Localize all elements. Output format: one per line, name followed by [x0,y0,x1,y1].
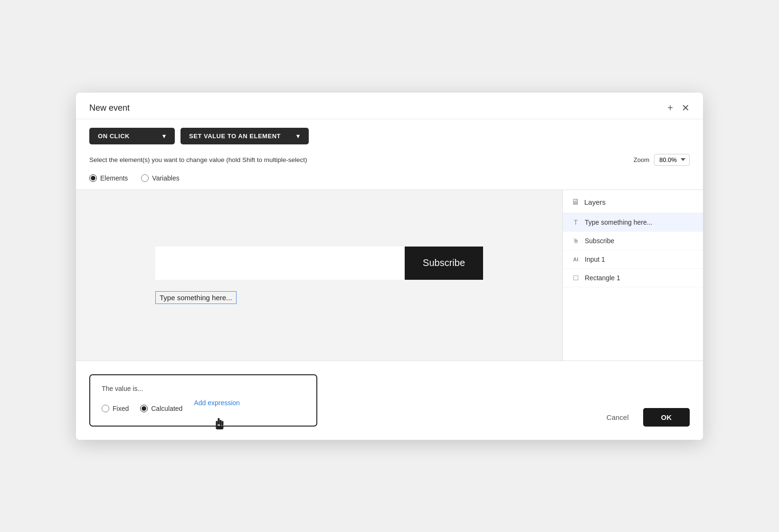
rectangle-icon: ☐ [571,274,580,282]
bottom-section: The value is... Fixed Calculated Add exp… [76,361,703,440]
close-icon[interactable]: ✕ [682,103,690,113]
layer-item-text-label: Type something here... [585,218,652,226]
main-content: Subscribe Type something here... 🖥 Layer… [76,190,703,361]
elements-radio[interactable] [89,174,97,182]
trigger-chevron-icon: ▾ [162,133,166,140]
svg-rect-2 [216,421,218,427]
add-icon[interactable]: + [667,103,673,113]
value-card-title: The value is... [102,385,305,392]
calculated-radio[interactable] [140,405,148,412]
layer-item-text[interactable]: T Type something here... [563,213,703,232]
modal-title: New event [89,103,130,113]
button-icon: 🖱 [571,237,580,245]
cursor-hand-icon [214,418,224,431]
layer-item-input-label: Input 1 [585,256,605,263]
dropdowns-row: ON CLICK ▾ SET VALUE TO AN ELEMENT ▾ [76,119,703,151]
instruction-text: Select the element(s) you want to change… [89,156,307,163]
trigger-dropdown-label: ON CLICK [98,133,130,140]
svg-rect-4 [216,426,223,429]
trigger-dropdown[interactable]: ON CLICK ▾ [89,128,175,144]
variables-radio-option[interactable]: Variables [141,174,179,182]
header-icons: + ✕ [667,103,690,113]
new-event-modal: New event + ✕ ON CLICK ▾ SET VALUE TO AN… [76,93,703,440]
fixed-radio-option[interactable]: Fixed [102,405,129,412]
elements-radio-option[interactable]: Elements [89,174,128,182]
fixed-radio[interactable] [102,405,109,412]
layer-item-subscribe-label: Subscribe [585,237,614,245]
action-chevron-icon: ▾ [296,133,300,140]
svg-rect-0 [218,418,219,425]
value-card: The value is... Fixed Calculated Add exp… [89,374,317,427]
layer-item-rectangle[interactable]: ☐ Rectangle 1 [563,269,703,287]
elements-label: Elements [100,174,128,182]
action-dropdown-label: SET VALUE TO AN ELEMENT [189,133,281,140]
svg-rect-3 [221,421,223,426]
zoom-select[interactable]: 80.0% [654,154,690,166]
fixed-label: Fixed [113,405,129,412]
variables-radio[interactable] [141,174,149,182]
monitor-icon: 🖥 [571,198,580,207]
modal-header: New event + ✕ [76,93,703,119]
ok-button[interactable]: OK [643,408,690,427]
variables-label: Variables [152,174,179,182]
subscribe-button[interactable]: Subscribe [405,247,483,280]
value-options-row: Fixed Calculated Add expression [102,399,305,418]
instruction-row: Select the element(s) you want to change… [76,151,703,172]
canvas-inner: Subscribe Type something here... [141,224,497,327]
canvas-area: Subscribe Type something here... [76,190,563,361]
layers-panel: 🖥 Layers T Type something here... 🖱 Subs… [563,190,703,361]
calculated-label: Calculated [151,405,182,412]
text-icon: T [571,218,580,226]
canvas-text-label[interactable]: Type something here... [155,291,237,304]
svg-rect-1 [219,420,221,426]
add-expression-link[interactable]: Add expression [194,399,240,407]
layer-item-rectangle-label: Rectangle 1 [585,274,620,282]
input-icon: AI [571,256,580,262]
zoom-control: Zoom 80.0% [634,154,690,166]
action-buttons: Cancel OK [599,408,690,427]
zoom-label: Zoom [634,156,649,163]
calculated-radio-option[interactable]: Calculated [140,405,182,412]
layers-title: Layers [584,198,606,206]
selection-mode-row: Elements Variables [76,172,703,190]
subscribe-input[interactable] [155,247,405,280]
layers-header: 🖥 Layers [563,190,703,213]
action-dropdown[interactable]: SET VALUE TO AN ELEMENT ▾ [180,128,309,144]
layer-item-input[interactable]: AI Input 1 [563,250,703,269]
subscribe-row: Subscribe [155,247,483,280]
layer-item-subscribe[interactable]: 🖱 Subscribe [563,232,703,250]
cancel-button[interactable]: Cancel [599,408,636,426]
